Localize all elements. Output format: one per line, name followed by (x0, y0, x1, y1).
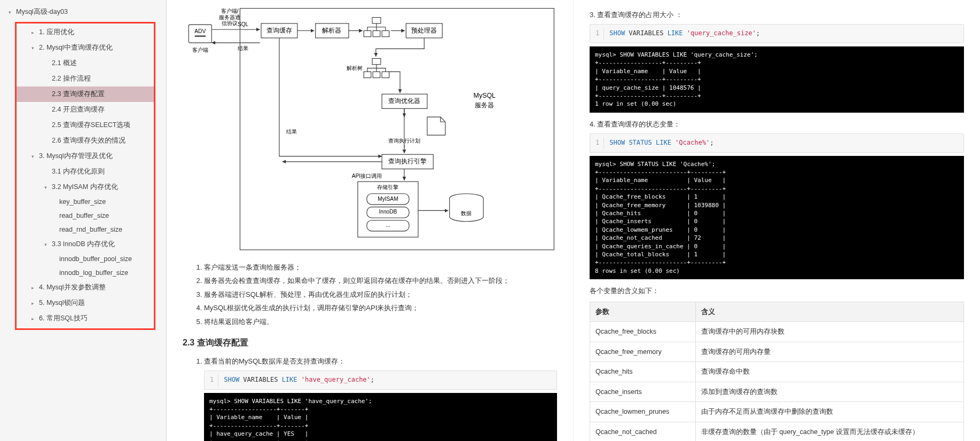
tree-item-label: 2.3 查询缓存配置 (52, 90, 105, 98)
caret-icon (44, 185, 50, 190)
tree-item-10[interactable]: 3.2 MyISAM 内存优化 (17, 179, 154, 195)
table-row: Qcache_free_memory查询缓存的可用内存量 (590, 342, 964, 362)
param-name: Qcache_not_cached (590, 422, 696, 441)
mysql-flow-diagram: .bx{fill:#fff;stroke:#333;stroke-width:1… (183, 5, 557, 253)
tree-item-8[interactable]: 3. Mysql内存管理及优化 (17, 148, 154, 164)
tree-item-label: 2.2 操作流程 (52, 75, 91, 82)
tree-title[interactable]: Mysql高级-day03 (6, 4, 160, 20)
svg-rect-21 (373, 72, 380, 77)
svg-rect-10 (372, 18, 381, 23)
tree-title-label: Mysql高级-day03 (16, 8, 68, 15)
section-2-3-heading: 2.3 查询缓存配置 (183, 335, 557, 351)
param-desc: 查询缓存中的可用内存块数 (695, 322, 963, 342)
sidebar: Mysql高级-day03 1. 应用优化2. Mysql中查询缓存优化2.1 … (0, 0, 167, 441)
tree-item-7[interactable]: 2.6 查询缓存失效的情况 (17, 133, 154, 148)
tree-item-label: 2. Mysql中查询缓存优化 (39, 44, 113, 51)
tree-item-9[interactable]: 3.1 内存优化原则 (17, 164, 154, 179)
svg-text:存储引擎: 存储引擎 (377, 184, 398, 190)
caret-icon (32, 285, 37, 290)
code-block-1: 1SHOW VARIABLES LIKE 'have_query_cache'; (204, 371, 557, 390)
param-name: Qcache_lowmen_prunes (590, 402, 696, 422)
table-row: Qcache_free_blocks查询缓存中的可用内存块数 (590, 322, 964, 342)
step-3-label: 3. 查看查询缓存的占用大小 ： (590, 9, 964, 21)
svg-rect-20 (364, 72, 371, 77)
param-name: Qcache_free_blocks (590, 322, 696, 342)
th-meaning: 含义 (695, 302, 963, 322)
svg-text:解析器: 解析器 (322, 27, 341, 34)
column-right: 3. 查看查询缓存的占用大小 ： 1SHOW VARIABLES LIKE 'q… (574, 0, 980, 441)
tree-item-label: key_buffer_size (59, 198, 106, 206)
tree-item-5[interactable]: 2.4 开启查询缓存 (17, 102, 154, 117)
svg-text:结果: 结果 (286, 129, 297, 135)
svg-rect-2 (195, 36, 206, 37)
code-block-4: 1SHOW STATUS LIKE 'Qcache%'; (590, 133, 964, 153)
svg-text:结果: 结果 (238, 45, 248, 51)
tree-item-18[interactable]: 5. Mysql锁问题 (17, 295, 154, 311)
table-row: Qcache_lowmen_prunes由于内存不足而从查询缓存中删除的查询数 (590, 402, 964, 422)
svg-rect-19 (372, 58, 381, 64)
svg-text:预处理器: 预处理器 (411, 27, 437, 34)
caret-icon (32, 154, 37, 159)
svg-text:查询优化器: 查询优化器 (388, 97, 420, 105)
terminal-output-4: mysql> SHOW STATUS LIKE 'Qcache%'; +----… (590, 156, 964, 279)
terminal-output-3: mysql> SHOW VARIABLES LIKE 'query_cache_… (590, 46, 964, 113)
config-step-1-text: 查看当前的MySQL数据库是否支持查询缓存： (204, 357, 345, 365)
config-steps: 查看当前的MySQL数据库是否支持查询缓存： 1SHOW VARIABLES L… (183, 355, 557, 441)
flow-step-2: 服务器先会检查查询缓存，如果命中了缓存，则立即返回存储在缓存中的结果。否则进入下… (204, 274, 557, 287)
param-desc: 添加到查询缓存的查询数 (695, 382, 963, 402)
tree-item-16[interactable]: innodb_log_buffer_size (17, 266, 154, 280)
svg-text:SQL: SQL (238, 21, 249, 27)
svg-text:API接口调用: API接口调用 (352, 173, 382, 179)
caret-icon (32, 45, 37, 51)
tree-item-label: read_rnd_buffer_size (59, 226, 122, 233)
tree-item-0[interactable]: 1. 应用优化 (17, 25, 154, 40)
tree-item-label: 5. Mysql锁问题 (39, 299, 85, 306)
tree-item-15[interactable]: innodb_buffer_pool_size (17, 252, 154, 266)
param-desc: 查询缓存命中数 (695, 362, 963, 382)
flow-step-1: 客户端发送一条查询给服务器； (204, 261, 557, 273)
flow-step-4: MySQL根据优化器生成的执行计划，调用存储引擎的API来执行查询； (204, 302, 557, 314)
tree-item-2[interactable]: 2.1 概述 (17, 56, 154, 71)
svg-text:数据: 数据 (461, 210, 472, 216)
tree-item-label: 1. 应用优化 (39, 28, 74, 36)
svg-rect-22 (382, 72, 389, 77)
config-step-1: 查看当前的MySQL数据库是否支持查询缓存： 1SHOW VARIABLES L… (204, 355, 557, 441)
tree-item-6[interactable]: 2.5 查询缓存SELECT选项 (17, 117, 154, 133)
flow-steps-list: 客户端发送一条查询给服务器；服务器先会检查查询缓存，如果命中了缓存，则立即返回存… (183, 261, 557, 328)
tree-item-label: 6. 常用SQL技巧 (39, 314, 88, 322)
param-name: Qcache_free_memory (590, 342, 696, 362)
svg-text:...: ... (386, 222, 390, 228)
tree-item-11[interactable]: key_buffer_size (17, 195, 154, 209)
tree-item-19[interactable]: 6. 常用SQL技巧 (17, 311, 154, 326)
tree-item-label: 4. Mysql并发参数调整 (39, 284, 106, 291)
svg-text:ADV: ADV (194, 28, 206, 34)
svg-rect-12 (373, 30, 380, 36)
tree-item-4[interactable]: 2.3 查询缓存配置 (17, 86, 154, 102)
tree-item-17[interactable]: 4. Mysql并发参数调整 (17, 280, 154, 295)
tree-item-3[interactable]: 2.2 操作流程 (17, 71, 154, 86)
tree-item-13[interactable]: read_rnd_buffer_size (17, 223, 154, 237)
svg-rect-13 (382, 30, 389, 36)
tree-item-label: 3. Mysql内存管理及优化 (39, 152, 113, 160)
column-left: .bx{fill:#fff;stroke:#333;stroke-width:1… (167, 0, 574, 441)
content: .bx{fill:#fff;stroke:#333;stroke-width:1… (167, 0, 980, 441)
param-name: Qcache_hits (590, 362, 696, 382)
highlight-selection-box: 1. 应用优化2. Mysql中查询缓存优化2.1 概述2.2 操作流程2.3 … (15, 22, 155, 330)
table-row: Qcache_not_cached非缓存查询的数量（由于 query_cache… (590, 422, 964, 441)
tree-item-1[interactable]: 2. Mysql中查询缓存优化 (17, 40, 154, 56)
tree-item-label: 3.1 内存优化原则 (52, 168, 105, 175)
svg-text:InnoDB: InnoDB (379, 209, 397, 215)
param-name: Qcache_inserts (590, 382, 696, 402)
tree-item-label: innodb_log_buffer_size (59, 269, 128, 277)
tree-item-label: 2.5 查询缓存SELECT选项 (52, 121, 130, 129)
svg-text:MyISAM: MyISAM (378, 196, 398, 202)
qcache-params-table: 参数 含义 Qcache_free_blocks查询缓存中的可用内存块数Qcac… (590, 302, 964, 441)
table-row: Qcache_hits查询缓存命中数 (590, 362, 964, 382)
tree-item-label: 2.4 开启查询缓存 (52, 106, 105, 113)
tree-item-12[interactable]: read_buffer_size (17, 209, 154, 223)
svg-text:客户端: 客户端 (192, 47, 208, 53)
param-desc: 非缓存查询的数量（由于 query_cache_type 设置而无法缓存或未缓存… (695, 422, 963, 441)
tree-item-label: 3.3 InnoDB 内存优化 (52, 240, 115, 248)
tree-item-14[interactable]: 3.3 InnoDB 内存优化 (17, 237, 154, 252)
caret-icon (32, 30, 37, 35)
